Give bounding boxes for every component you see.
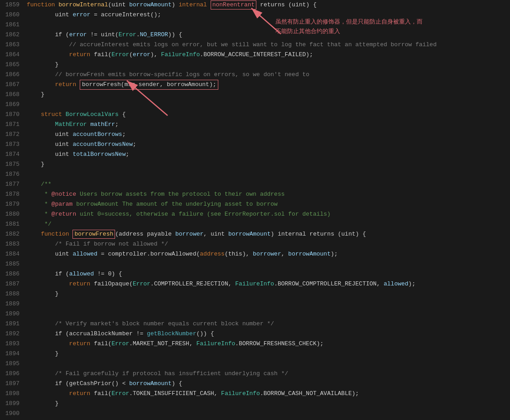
table-row: 1880 * @return uint 0=success, otherwise… xyxy=(0,209,510,219)
line-number: 1877 xyxy=(0,179,25,189)
line-number: 1899 xyxy=(0,399,25,409)
table-row: 1872 uint accountBorrows; xyxy=(0,130,510,140)
line-content: } xyxy=(25,399,510,409)
line-number: 1900 xyxy=(0,409,25,419)
line-number: 1874 xyxy=(0,150,25,159)
line-content: return fail(Error(error), FailureInfo.BO… xyxy=(25,50,510,60)
line-content: return fail(Error.TOKEN_INSUFFICIENT_CAS… xyxy=(25,389,510,399)
line-number: 1898 xyxy=(0,389,25,399)
line-content: /* Fail if borrow not allowed */ xyxy=(25,239,510,249)
table-row: 1869 xyxy=(0,100,510,110)
line-number: 1864 xyxy=(0,50,25,60)
line-number: 1872 xyxy=(0,130,25,140)
line-number: 1884 xyxy=(0,249,25,259)
table-row: 1895 xyxy=(0,359,510,369)
line-content: } xyxy=(25,349,510,359)
code-editor: 1859function borrowInternal(uint borrowA… xyxy=(0,0,510,420)
line-number: 1887 xyxy=(0,279,25,289)
line-content: */ xyxy=(25,219,510,229)
line-content: return fail(Error.MARKET_NOT_FRESH, Fail… xyxy=(25,339,510,349)
line-number: 1860 xyxy=(0,10,25,20)
line-number: 1891 xyxy=(0,319,25,329)
line-content: } xyxy=(25,60,510,70)
line-content: uint totalBorrowsNew; xyxy=(25,150,510,159)
line-number: 1867 xyxy=(0,80,25,90)
table-row: 1876 xyxy=(0,169,510,179)
table-row: 1863 // accrueInterest emits logs on err… xyxy=(0,40,510,50)
line-number: 1873 xyxy=(0,140,25,150)
line-content: * @return uint 0=success, otherwise a fa… xyxy=(25,209,510,219)
line-number: 1893 xyxy=(0,339,25,349)
line-content: struct BorrowLocalVars { xyxy=(25,110,510,120)
table-row: 1899 } xyxy=(0,399,510,409)
table-row: 1894 } xyxy=(0,349,510,359)
table-row: 1864 return fail(Error(error), FailureIn… xyxy=(0,50,510,60)
table-row: 1886 if (allowed != 0) { xyxy=(0,269,510,279)
line-number: 1865 xyxy=(0,60,25,70)
line-content: MathError mathErr; xyxy=(25,120,510,130)
line-content: if (allowed != 0) { xyxy=(25,269,510,279)
line-content: /* Fail gracefully if protocol has insuf… xyxy=(25,369,510,379)
table-row: 1877 /** xyxy=(0,179,510,189)
line-number: 1886 xyxy=(0,269,25,279)
table-row: 1875 } xyxy=(0,159,510,169)
line-number: 1878 xyxy=(0,189,25,199)
line-content: uint allowed = comptroller.borrowAllowed… xyxy=(25,249,510,259)
line-number: 1881 xyxy=(0,219,25,229)
table-row: 1900 xyxy=(0,409,510,419)
line-number: 1888 xyxy=(0,289,25,299)
table-row: 1891 /* Verify market's block number equ… xyxy=(0,319,510,329)
table-row: 1878 * @notice Users borrow assets from … xyxy=(0,189,510,199)
line-number: 1882 xyxy=(0,229,25,239)
line-number: 1880 xyxy=(0,209,25,219)
line-number: 1892 xyxy=(0,329,25,339)
line-content: } xyxy=(25,90,510,100)
table-row: 1865 } xyxy=(0,60,510,70)
table-row: 1871 MathError mathErr; xyxy=(0,120,510,130)
annotation-line2: 不能防止其他合约的重入 xyxy=(275,27,423,36)
line-content: if (accrualBlockNumber != getBlockNumber… xyxy=(25,329,510,339)
line-number: 1885 xyxy=(0,259,25,269)
table-row: 1867 return borrowFresh(msg.sender, borr… xyxy=(0,80,510,90)
table-row: 1893 return fail(Error.MARKET_NOT_FRESH,… xyxy=(0,339,510,349)
table-row: 1866 // borrowFresh emits borrow-specifi… xyxy=(0,70,510,80)
table-row: 1885 xyxy=(0,259,510,269)
line-content: } xyxy=(25,159,510,169)
table-row: 1870 struct BorrowLocalVars { xyxy=(0,110,510,120)
line-number: 1875 xyxy=(0,159,25,169)
line-content: * @notice Users borrow assets from the p… xyxy=(25,189,510,199)
line-content: } xyxy=(25,289,510,299)
line-content: function borrowFresh(address payable bor… xyxy=(25,229,510,239)
line-content: /* Verify market's block number equals c… xyxy=(25,319,510,329)
line-content: if (error != uint(Error.NO_ERROR)) { xyxy=(25,30,510,40)
line-content: return failOpaque(Error.COMPTROLLER_REJE… xyxy=(25,279,510,289)
table-row: 1897 if (getCashPrior() < borrowAmount) … xyxy=(0,379,510,389)
table-row: 1898 return fail(Error.TOKEN_INSUFFICIEN… xyxy=(0,389,510,399)
table-row: 1861 xyxy=(0,20,510,30)
table-row: 1882 function borrowFresh(address payabl… xyxy=(0,229,510,239)
line-content: if (getCashPrior() < borrowAmount) { xyxy=(25,379,510,389)
annotation-line1: 虽然有防止重入的修饰器，但是只能防止自身被重入，而 xyxy=(275,17,423,27)
table-row: 1892 if (accrualBlockNumber != getBlockN… xyxy=(0,329,510,339)
table-row: 1883 /* Fail if borrow not allowed */ xyxy=(0,239,510,249)
table-row: 1873 uint accountBorrowsNew; xyxy=(0,140,510,150)
table-row: 1889 xyxy=(0,299,510,309)
line-number: 1879 xyxy=(0,199,25,209)
line-number: 1871 xyxy=(0,120,25,130)
line-content: // borrowFresh emits borrow-specific log… xyxy=(25,70,510,80)
line-number: 1868 xyxy=(0,90,25,100)
line-number: 1863 xyxy=(0,40,25,50)
table-row: 1896 /* Fail gracefully if protocol has … xyxy=(0,369,510,379)
table-row: 1859function borrowInternal(uint borrowA… xyxy=(0,0,510,10)
line-number: 1870 xyxy=(0,110,25,120)
table-row: 1879 * @param borrowAmount The amount of… xyxy=(0,199,510,209)
line-number: 1861 xyxy=(0,20,25,30)
line-content: uint accountBorrows; xyxy=(25,130,510,140)
annotation-box: 虽然有防止重入的修饰器，但是只能防止自身被重入，而 不能防止其他合约的重入 xyxy=(275,17,423,36)
line-number: 1883 xyxy=(0,239,25,249)
line-content: function borrowInternal(uint borrowAmoun… xyxy=(25,0,510,10)
line-number: 1894 xyxy=(0,349,25,359)
table-row: 1881 */ xyxy=(0,219,510,229)
line-content: uint error = accrueInterest(); xyxy=(25,10,510,20)
table-row: 1887 return failOpaque(Error.COMPTROLLER… xyxy=(0,279,510,289)
